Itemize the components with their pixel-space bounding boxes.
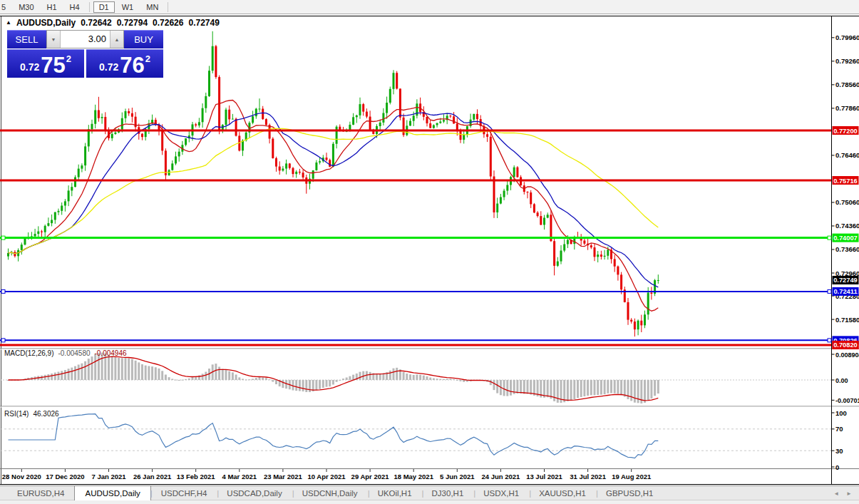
svg-text:5 Jun 2021: 5 Jun 2021 [440, 473, 475, 480]
svg-text:18 May 2021: 18 May 2021 [394, 473, 433, 480]
timeframe-button-w1[interactable]: W1 [116, 1, 140, 13]
svg-text:0.75716: 0.75716 [833, 178, 858, 185]
toolbar-separator [89, 2, 90, 12]
timeframe-toolbar: 5M30H1H4D1W1MN [0, 0, 859, 14]
mt4-window: 0.0089040.00-0.00701100703000.799600.792… [0, 0, 859, 504]
svg-text:10 Apr 2021: 10 Apr 2021 [308, 473, 346, 480]
macd-value-main: -0.004580 [58, 349, 90, 357]
ohlc-low: 0.72626 [153, 18, 183, 28]
timeframe-button-mn[interactable]: MN [140, 1, 164, 13]
chart-tab-usdcnh-daily[interactable]: USDCNH,Daily [292, 486, 368, 500]
macd-name: MACD(12,26,9) [4, 349, 53, 357]
chart-tab-bar: EURUSD,H4AUDUSD,DailyUSDCHF,H4USDCAD,Dai… [0, 485, 859, 500]
ohlc-high: 0.72794 [117, 18, 148, 28]
timeframe-button-h1[interactable]: H1 [41, 1, 63, 13]
svg-text:0.00: 0.00 [835, 377, 848, 384]
toolbar-separator [168, 2, 168, 12]
chart-tab-usdx-h1[interactable]: USDX,H1 [473, 486, 529, 500]
svg-text:0.74360: 0.74360 [835, 222, 859, 230]
sell-price-button[interactable]: 0.72 75 2 [7, 49, 84, 78]
macd-indicator-label: MACD(12,26,9) -0.004580 -0.004946 [4, 349, 127, 357]
one-click-trade-panel: SELL ▼ 3.00 ▲ BUY 0.72 75 2 0.72 76 2 [7, 30, 163, 78]
timeframe-button-5[interactable]: 5 [0, 1, 11, 13]
volume-decrease-icon[interactable]: ▼ [47, 31, 61, 48]
chart-symbol: AUDUSD,Daily [16, 18, 76, 28]
svg-text:29 Apr 2021: 29 Apr 2021 [351, 473, 390, 480]
svg-text:0.71580: 0.71580 [835, 316, 859, 324]
svg-text:0.79960: 0.79960 [835, 34, 859, 41]
svg-text:0.74007: 0.74007 [833, 235, 858, 242]
svg-text:4 Mar 2021: 4 Mar 2021 [222, 473, 257, 480]
svg-text:7 Jan 2021: 7 Jan 2021 [91, 473, 126, 480]
svg-text:70: 70 [835, 425, 843, 433]
chart-tab-usdcad-daily[interactable]: USDCAD,Daily [217, 486, 292, 500]
svg-text:28 Nov 2020: 28 Nov 2020 [2, 473, 41, 480]
rsi-indicator-label: RSI(14) 46.3026 [4, 410, 59, 418]
svg-text:0.73660: 0.73660 [835, 245, 859, 253]
sell-price-big: 75 [41, 56, 65, 76]
timeframe-button-h4[interactable]: H4 [64, 1, 86, 13]
svg-text:24 Jun 2021: 24 Jun 2021 [481, 473, 520, 480]
ohlc-open: 0.72642 [81, 18, 111, 28]
svg-text:100: 100 [835, 409, 847, 417]
ohlc-close: 0.72749 [188, 18, 219, 28]
svg-text:0.72749: 0.72749 [833, 277, 858, 284]
rsi-value: 46.3026 [33, 410, 58, 418]
svg-text:19 Aug 2021: 19 Aug 2021 [612, 473, 652, 480]
svg-text:17 Dec 2020: 17 Dec 2020 [46, 473, 84, 480]
collapse-icon[interactable]: ▲ [6, 19, 11, 26]
buy-price-button[interactable]: 0.72 76 2 [86, 49, 163, 78]
svg-text:0.77860: 0.77860 [835, 104, 859, 112]
svg-text:0: 0 [835, 463, 839, 471]
rsi-name: RSI(14) [4, 410, 29, 418]
timeframe-button-d1[interactable]: D1 [93, 1, 115, 13]
svg-text:26 Jan 2021: 26 Jan 2021 [133, 473, 172, 480]
macd-value-signal: -0.004946 [95, 349, 127, 357]
svg-text:0.72960: 0.72960 [835, 269, 859, 277]
chart-tab-gbpusd-h1[interactable]: GBPUSD,H1 [596, 486, 663, 500]
chart-tab-usdchf-h4[interactable]: USDCHF,H4 [151, 486, 217, 500]
buy-price-prefix: 0.72 [99, 61, 118, 73]
svg-text:-0.00701: -0.00701 [835, 397, 859, 404]
volume-spinner: ▼ 3.00 ▲ [46, 30, 124, 48]
sell-price-pip: 2 [66, 53, 71, 64]
svg-text:0.78560: 0.78560 [835, 81, 859, 88]
buy-button[interactable]: BUY [124, 30, 163, 48]
svg-text:13 Jul 2021: 13 Jul 2021 [526, 473, 562, 480]
volume-input[interactable]: 3.00 [61, 31, 110, 48]
chart-tab-ukoil-h1[interactable]: UKOil,H1 [368, 486, 422, 500]
buy-price-big: 76 [120, 56, 144, 76]
tab-scroll-left-icon[interactable]: ◄ [833, 490, 839, 497]
svg-text:0.76460: 0.76460 [835, 151, 859, 159]
svg-text:0.77200: 0.77200 [833, 128, 858, 135]
tab-scroll-right-icon[interactable]: ► [846, 490, 852, 497]
chart-title: ▲ AUDUSD,Daily 0.72642 0.72794 0.72626 0… [6, 18, 220, 28]
svg-text:0.008904: 0.008904 [835, 351, 859, 359]
sell-price-prefix: 0.72 [20, 61, 39, 73]
chart-tab-dj30-h1[interactable]: DJ30,H1 [422, 486, 474, 500]
svg-text:31 Jul 2021: 31 Jul 2021 [570, 473, 606, 480]
chart-tab-xauusd-h1[interactable]: XAUUSD,H1 [529, 486, 596, 500]
svg-text:0.79260: 0.79260 [835, 57, 859, 65]
chart-tabs: EURUSD,H4AUDUSD,DailyUSDCHF,H4USDCAD,Dai… [0, 486, 663, 500]
tab-scroll-arrows: ◄ ► [833, 486, 859, 500]
timeframe-button-m30[interactable]: M30 [13, 1, 39, 13]
svg-text:0.75060: 0.75060 [835, 198, 859, 206]
volume-increase-icon[interactable]: ▲ [110, 31, 123, 48]
svg-text:30: 30 [835, 447, 843, 455]
sell-button[interactable]: SELL [7, 30, 46, 48]
chart-tab-audusd-daily[interactable]: AUDUSD,Daily [74, 485, 150, 500]
svg-text:0.72411: 0.72411 [833, 288, 857, 295]
buy-price-pip: 2 [145, 53, 150, 64]
svg-text:0.70820: 0.70820 [833, 341, 858, 349]
chart-tab-eurusd-h4[interactable]: EURUSD,H4 [7, 486, 74, 500]
svg-text:23 Mar 2021: 23 Mar 2021 [264, 473, 303, 480]
svg-text:13 Feb 2021: 13 Feb 2021 [177, 473, 216, 480]
